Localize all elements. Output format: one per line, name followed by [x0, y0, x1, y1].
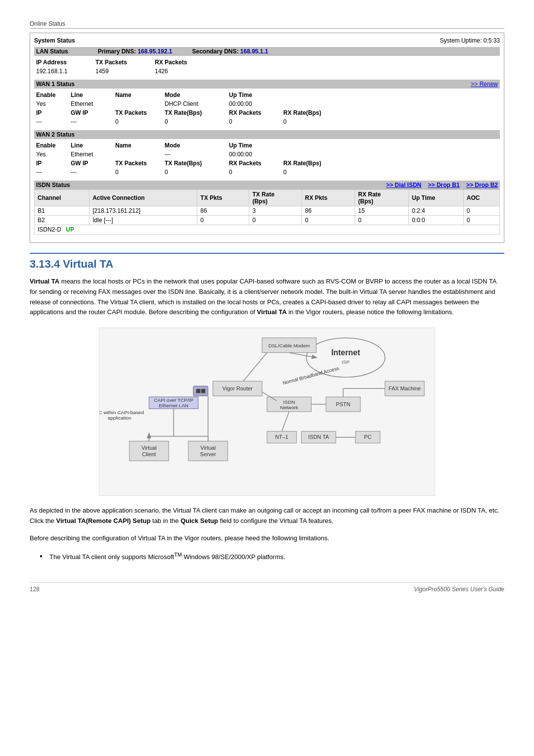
diagram-svg: Internet ISP DSL/Cable Modem Normal Broa…	[99, 328, 435, 495]
drop-b2-link[interactable]: >> Drop B2	[466, 182, 498, 189]
wan1-status-section: WAN 1 Status >> Renew Enable Line Name M…	[34, 80, 500, 126]
bullet-item-1: The Virtual TA client only supports Micr…	[40, 551, 504, 563]
svg-text:CAPI over TCP/IP: CAPI over TCP/IP	[154, 397, 193, 403]
wan2-status-header: WAN 2 Status	[34, 130, 500, 139]
isdn-col-rx-rate: RX Rate(Bps)	[355, 190, 409, 206]
wan2-headers-row2: IP GW IP TX Packets TX Rate(Bps) RX Pack…	[34, 159, 500, 168]
isdn-col-active-conn: Active Connection	[89, 190, 197, 206]
isdn-row-b1: B1 [218.173.161.212] 86 3 86 15 0:2:4 0	[35, 206, 500, 216]
svg-text:PC: PC	[364, 434, 371, 440]
isdn-col-tx-pkts: TX Pkts	[197, 190, 249, 206]
dial-isdn-link[interactable]: >> Dial ISDN	[386, 182, 421, 189]
svg-text:ISDN: ISDN	[283, 399, 295, 405]
isdn-row-isdn2d: ISDN2-D UP	[35, 225, 500, 235]
wan1-data-row2: --- --- 0 0 0 0	[34, 117, 500, 126]
svg-text:⬛⬛: ⬛⬛	[196, 388, 206, 393]
svg-text:DSL/Cable Modem: DSL/Cable Modem	[268, 343, 310, 348]
wan2-data-row1: Yes Ethernet --- 00:00:00	[34, 150, 500, 159]
svg-text:PSTN: PSTN	[336, 401, 351, 407]
system-uptime: System Uptime: 0:5:33	[440, 37, 500, 44]
lan-status-header: LAN Status Primary DNS: 168.95.192.1 Sec…	[34, 47, 500, 56]
svg-text:FAX Machine: FAX Machine	[389, 385, 421, 391]
svg-text:Server: Server	[200, 452, 217, 458]
svg-text:ISDN TA: ISDN TA	[308, 434, 329, 440]
online-status-section: Online Status System Status System Uptim…	[30, 20, 504, 243]
svg-text:Ethernet LAN: Ethernet LAN	[159, 403, 188, 408]
wan2-status-section: WAN 2 Status Enable Line Name Mode Up Ti…	[34, 130, 500, 177]
section-3134-para2: As depicted in the above application sce…	[30, 506, 504, 526]
status-box: System Status System Uptime: 0:5:33 LAN …	[30, 33, 504, 243]
online-status-label: Online Status	[30, 20, 504, 29]
svg-text:Internet: Internet	[331, 348, 360, 357]
wan1-headers-row2: IP GW IP TX Packets TX Rate(Bps) RX Pack…	[34, 108, 500, 117]
isdn-status-section: ISDN Status >> Dial ISDN >> Drop B1 >> D…	[34, 181, 500, 235]
svg-text:application: application	[108, 415, 132, 421]
drop-b1-link[interactable]: >> Drop B1	[428, 182, 460, 189]
page-number: 128	[30, 586, 40, 593]
svg-text:PC within CAPI-based: PC within CAPI-based	[99, 410, 144, 415]
lan-column-headers: IP Address TX Packets RX Packets	[34, 58, 500, 67]
svg-text:Virtual: Virtual	[141, 445, 157, 451]
isdn-row-b2: B2 Idle [---] 0 0 0 0 0:0:0 0	[35, 216, 500, 225]
network-diagram: Internet ISP DSL/Cable Modem Normal Broa…	[30, 328, 504, 496]
svg-text:Vigor Router: Vigor Router	[222, 385, 253, 391]
isdn-col-tx-rate: TX Rate(Bps)	[249, 190, 302, 206]
system-status-title: System Status	[34, 37, 75, 44]
isdn-status-header: ISDN Status >> Dial ISDN >> Drop B1 >> D…	[34, 181, 500, 189]
lan-status-section: LAN Status Primary DNS: 168.95.192.1 Sec…	[34, 47, 500, 76]
limitations-list: The Virtual TA client only supports Micr…	[30, 551, 504, 563]
svg-text:ISP: ISP	[342, 359, 350, 365]
section-3134-title: 3.13.4 Virtual TA	[30, 253, 504, 271]
page-footer: 128 VigorPro5500 Series User's Guide	[30, 582, 504, 593]
section-3134-para1: Virtual TA means the local hosts or PCs …	[30, 277, 504, 318]
wan2-data-row2: --- --- 0 0 0 0	[34, 168, 500, 177]
diagram-box: Internet ISP DSL/Cable Modem Normal Broa…	[99, 328, 435, 496]
system-status-header: System Status System Uptime: 0:5:33	[34, 37, 500, 44]
wan1-headers-row1: Enable Line Name Mode Up Time	[34, 91, 500, 99]
isdn-col-rx-pkts: RX Pkts	[302, 190, 355, 206]
isdn-col-aoc: AOC	[463, 190, 499, 206]
svg-text:NT–1: NT–1	[275, 434, 288, 440]
section-3134-para3: Before describing the configuration of V…	[30, 533, 504, 544]
wan1-renew-link[interactable]: >> Renew	[471, 81, 498, 88]
isdn-col-channel: Channel	[35, 190, 89, 206]
lan-data-row: 192.168.1.1 1459 1426	[34, 67, 500, 76]
guide-title: VigorPro5500 Series User's Guide	[414, 586, 504, 593]
wan1-data-row1: Yes Ethernet DHCP Client 00:00:00	[34, 99, 500, 108]
wan1-status-header: WAN 1 Status >> Renew	[34, 80, 500, 89]
section-3134: 3.13.4 Virtual TA Virtual TA means the l…	[30, 253, 504, 563]
svg-text:Virtual: Virtual	[200, 445, 216, 451]
svg-text:Network: Network	[280, 405, 298, 410]
isdn-table: Channel Active Connection TX Pkts TX Rat…	[34, 189, 500, 235]
svg-text:Client: Client	[142, 452, 156, 458]
wan2-headers-row1: Enable Line Name Mode Up Time	[34, 141, 500, 150]
isdn-col-uptime: Up Time	[409, 190, 464, 206]
